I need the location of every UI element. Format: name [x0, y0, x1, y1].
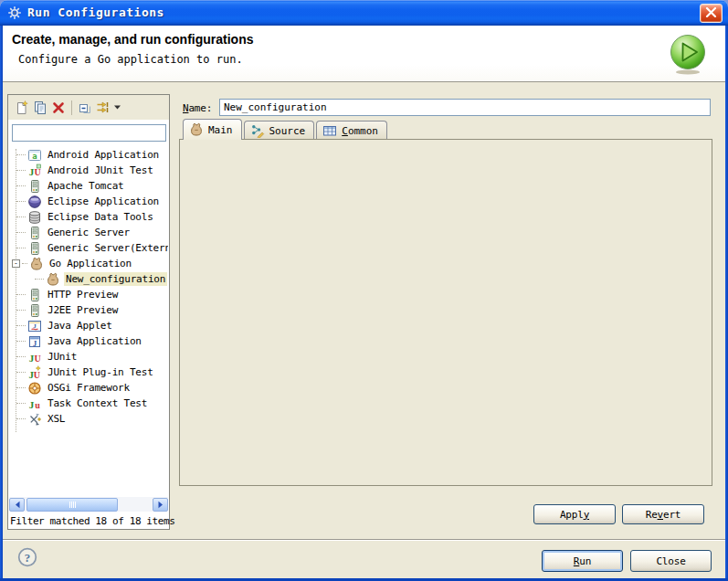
- tree-item-generic-server-externa[interactable]: Generic Server(Externa: [9, 240, 168, 256]
- run-configurations-dialog: Run Configurations Create, manage, and r…: [0, 0, 728, 581]
- banner-title: Create, manage, and run configurations: [12, 32, 254, 47]
- scroll-left-icon[interactable]: [9, 498, 25, 512]
- configurations-toolbar: [8, 95, 169, 120]
- junit-icon: JU: [27, 350, 42, 364]
- go-app-icon: [46, 272, 60, 287]
- go-app-icon: [29, 257, 44, 271]
- apply-button[interactable]: Apply: [533, 504, 616, 524]
- tree-horizontal-scrollbar[interactable]: [9, 497, 168, 512]
- server-icon: [27, 288, 42, 302]
- tree-item-apache-tomcat[interactable]: Apache Tomcat: [9, 178, 168, 194]
- tree-item-label: Android Application: [46, 148, 161, 162]
- tree-item-label: J2EE Preview: [46, 303, 120, 317]
- tree-item-j2ee-preview[interactable]: J2EE Preview: [9, 302, 168, 318]
- help-icon[interactable]: ?: [17, 547, 37, 567]
- tree-connector: [16, 310, 26, 311]
- tree-item-android-application[interactable]: aAndroid Application: [9, 147, 168, 163]
- tree-item-label: Apache Tomcat: [46, 179, 126, 193]
- banner-subtitle: Configure a Go application to run.: [18, 53, 243, 66]
- collapse-all-icon[interactable]: [76, 99, 94, 117]
- name-label: Name:: [183, 102, 212, 114]
- tree-item-label: Go Application: [47, 257, 133, 270]
- titlebar: Run Configurations: [0, 0, 728, 26]
- task-context-icon: Ju: [27, 396, 42, 411]
- tree-item-go-application[interactable]: -Go Application: [9, 256, 168, 271]
- tree-item-junit-plug-in-test[interactable]: JUJUnit Plug-in Test: [9, 364, 168, 380]
- svg-text:u: u: [35, 399, 40, 409]
- configurations-panel: aAndroid ApplicationJUAndroid JUnit Test…: [7, 94, 170, 530]
- tree-item-label: HTTP Preview: [46, 288, 120, 301]
- tree-connector: [16, 403, 26, 404]
- tab-common[interactable]: Common: [316, 121, 387, 140]
- tree-item-android-junit-test[interactable]: JUAndroid JUnit Test: [9, 163, 168, 178]
- scrollbar-thumb[interactable]: [26, 498, 118, 512]
- scrollbar-track[interactable]: [25, 498, 153, 512]
- tree-item-label: XSL: [46, 412, 67, 426]
- tree-connector: [35, 279, 44, 280]
- common-icon: [322, 123, 337, 138]
- filter-icon[interactable]: [94, 99, 112, 117]
- tree-item-eclipse-data-tools[interactable]: Eclipse Data Tools: [9, 209, 168, 225]
- tab-source[interactable]: Source: [244, 121, 315, 140]
- tree-item-generic-server[interactable]: Generic Server: [9, 225, 168, 240]
- tree-connector: [16, 185, 26, 186]
- collapse-toggle-icon[interactable]: -: [12, 259, 20, 268]
- svg-text:U: U: [34, 353, 40, 363]
- tree-item-http-preview[interactable]: HTTP Preview: [9, 287, 168, 302]
- tree-item-label: Java Applet: [46, 319, 114, 333]
- svg-text:a: a: [32, 152, 37, 161]
- tree-item-label: OSGi Framework: [46, 381, 132, 395]
- tree-item-java-application[interactable]: JJava Application: [9, 333, 168, 349]
- svg-text:U: U: [34, 167, 40, 177]
- filter-menu-caret-icon[interactable]: [112, 99, 121, 117]
- android-junit-icon: JU: [27, 164, 42, 178]
- run-button[interactable]: Run: [542, 550, 623, 572]
- android-app-icon: a: [27, 148, 42, 163]
- tree-item-junit[interactable]: JUJUnit: [9, 349, 168, 364]
- svg-text:J: J: [29, 398, 35, 409]
- tree-connector: [16, 294, 26, 295]
- server-icon: [27, 303, 42, 318]
- xsl-icon: [27, 412, 42, 427]
- run-play-icon: [669, 33, 707, 75]
- tree-item-java-applet[interactable]: JJava Applet: [9, 318, 168, 333]
- window-frame-left: [0, 26, 3, 581]
- tree-connector: [16, 217, 26, 217]
- osgi-icon: [27, 381, 42, 396]
- tree-item-new-configuration[interactable]: New_configuration: [9, 271, 168, 287]
- tree-connector: [16, 387, 26, 388]
- java-app-icon: J: [27, 334, 42, 349]
- name-input[interactable]: [219, 99, 711, 116]
- tree-item-label: Java Application: [46, 334, 143, 348]
- go-application-icon: [189, 122, 204, 137]
- tree-connector: [16, 372, 26, 373]
- filter-input[interactable]: [12, 124, 166, 142]
- delete-icon[interactable]: [49, 99, 68, 117]
- tab-main[interactable]: Main: [183, 119, 242, 140]
- tree-item-label: Generic Server: [46, 226, 132, 239]
- bottom-separator: [0, 539, 728, 541]
- tree-connector: [16, 232, 26, 233]
- tree-connector: [16, 325, 26, 326]
- toolbar-separator: [71, 100, 72, 115]
- tree-connector: [16, 341, 26, 342]
- duplicate-icon[interactable]: [31, 99, 49, 117]
- tree-item-task-context-test[interactable]: JuTask Context Test: [9, 396, 168, 411]
- tree-item-label: Task Context Test: [46, 396, 149, 410]
- eclipse-sphere-icon: [27, 195, 42, 209]
- tree-connector: [16, 201, 26, 202]
- tree-connector: [16, 356, 26, 357]
- revert-button[interactable]: Revert: [622, 504, 704, 524]
- tree-connector: [16, 154, 26, 155]
- scroll-right-icon[interactable]: [153, 498, 168, 512]
- tree-item-label: New_configuration: [64, 272, 167, 286]
- tree-item-xsl[interactable]: XSL: [9, 411, 168, 427]
- tree-item-osgi-framework[interactable]: OSGi Framework: [9, 380, 168, 396]
- close-window-button[interactable]: [700, 4, 723, 23]
- tree-item-eclipse-application[interactable]: Eclipse Application: [9, 194, 168, 209]
- svg-text:U: U: [34, 369, 40, 379]
- tree-item-label: Eclipse Application: [46, 195, 161, 208]
- close-button[interactable]: Close: [630, 550, 712, 572]
- java-applet-icon: J: [27, 319, 42, 333]
- new-configuration-icon[interactable]: [13, 99, 31, 117]
